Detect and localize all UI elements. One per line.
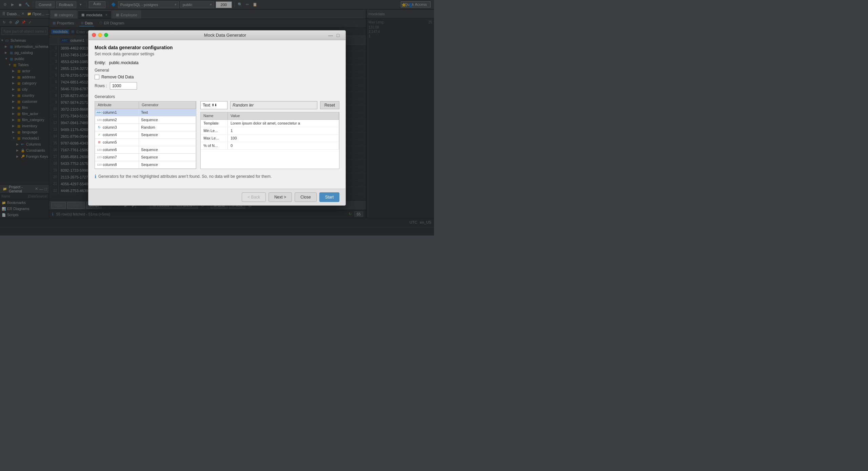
gen-attribute-table: Attribute Generator ABC column1 Text 123… [95,101,196,169]
remove-old-checkbox[interactable] [95,75,99,79]
traffic-lights [92,33,108,37]
gen-config-panel: Text ⬆⬇ Random ler Reset Name Value [200,101,339,169]
modal-heading: Mock data generator configuration [95,45,339,50]
gen-type-icon-4: ⊞ [97,140,102,145]
props-header: Name Value [201,112,339,120]
info-text: Generators for the red highlighted attri… [98,174,272,179]
gen-row[interactable]: 123 column6 Sequence [95,146,196,154]
general-section: General [95,68,339,73]
modal-max-btn[interactable]: □ [335,33,341,38]
gen-cell-gen-5: Sequence [139,146,196,153]
remove-old-row: Remove Old Data [95,75,339,79]
gen-type-icon-5: 123 [97,147,102,152]
props-value-header: Value [228,112,339,119]
gen-123-icon: 123 [97,163,101,166]
gen-type-arrow: ⬆⬇ [212,103,217,107]
props-row: Max Le... 100 [201,135,339,142]
gen-row[interactable]: ⊞ column5 [95,139,196,146]
gen-row[interactable]: 123 column8 Sequence [95,161,196,169]
prop-value-0: Lorem ipsum dolor sit amet, consectetur … [228,120,339,127]
close-btn[interactable]: Close [295,192,317,202]
gen-cell-gen-2: Random [139,124,196,131]
prop-value-2: 100 [228,135,339,142]
gen-type-icon-3: ✓ [97,132,102,137]
prop-name-1: Min Le... [201,127,228,134]
remove-old-label: Remove Old Data [101,75,134,79]
entity-label: Entity: [95,60,106,65]
gen-cell-attr-2: ↻ column3 [95,124,139,131]
props-row: Template Lorem ipsum dolor sit amet, con… [201,120,339,127]
gen-random-text: Random ler [233,103,254,108]
gen-row[interactable]: 123 column2 Sequence [95,116,196,124]
gen-type-icon-2: ↻ [97,125,102,130]
attr-col-header: Attribute [95,101,139,109]
gen-type-icon-6: 123 [97,155,102,159]
gen-cell-attr-3: ✓ column4 [95,131,139,138]
gen-cell-gen-1: Sequence [139,116,196,124]
gen-123-icon: 123 [97,118,101,121]
gen-cell-attr-6: 123 column7 [95,154,139,161]
gen-type-icon-1: 123 [97,117,102,122]
mock-data-generator-modal: Mock Data Generator — □ Mock data genera… [88,30,346,206]
gen-cell-attr-7: 123 column8 [95,161,139,168]
prop-name-3: % of N... [201,142,228,149]
gen-cell-attr-4: ⊞ column5 [95,139,139,146]
generators-section-title: Generators [95,94,339,99]
modal-titlebar: Mock Data Generator — □ [88,31,346,40]
gen-selector-row: Text ⬆⬇ Random ler Reset [200,101,339,109]
gen-type-select[interactable]: Text ⬆⬇ [200,101,228,109]
prop-name-2: Max Le... [201,135,228,142]
gen-cell-gen-3: Sequence [139,131,196,138]
gen-cell-gen-0: Text [139,109,196,116]
props-rows: Template Lorem ipsum dolor sit amet, con… [201,120,339,150]
gen-123-icon: 123 [97,148,101,151]
props-name-header: Name [201,112,228,119]
next-btn[interactable]: Next > [269,192,292,202]
gen-abc-icon: ABC [96,111,102,114]
props-table: Name Value Template Lorem ipsum dolor si… [200,112,339,169]
gen-cell-gen-7: Sequence [139,161,196,168]
gen-random-label: Random ler [230,101,317,109]
gen-cycle-icon: ↻ [98,126,101,129]
tl-minimize[interactable] [98,33,102,37]
reset-btn[interactable]: Reset [320,101,339,109]
gen-cell-gen-6: Sequence [139,154,196,161]
info-message: ℹ Generators for the red highlighted att… [95,174,339,179]
gen-cell-attr-0: ABC column1 [95,109,139,116]
start-btn[interactable]: Start [319,192,339,202]
gen-table-header: Attribute Generator [95,101,196,109]
gen-123-icon: 123 [97,156,101,159]
modal-entity-row: Entity: public.mockdata [95,60,339,65]
modal-footer: < Back Next > Close Start [88,189,346,205]
info-icon: ℹ [95,174,96,179]
gen-type-icon-7: 123 [97,162,102,167]
gen-row[interactable]: ✓ column4 Sequence [95,131,196,139]
back-btn[interactable]: < Back [242,192,266,202]
gen-rows: ABC column1 Text 123 column2 Sequence ↻ … [95,109,196,169]
modal-body: Mock data generator configuration Set mo… [88,40,346,189]
gen-row[interactable]: ABC column1 Text [95,109,196,116]
gen-type-icon-0: ABC [97,110,102,115]
gen-row[interactable]: ↻ column3 Random [95,124,196,131]
modal-min-btn[interactable]: — [328,33,333,38]
props-row: Min Le... 1 [201,127,339,135]
entity-value: public.mockdata [109,60,139,65]
gen-row[interactable]: 123 column7 Sequence [95,154,196,161]
gen-cell-attr-1: 123 column2 [95,116,139,124]
rows-label: Rows : [95,83,107,88]
rows-input[interactable] [110,82,137,90]
tl-close[interactable] [92,33,96,37]
gen-col-header: Generator [139,101,196,109]
prop-value-1: 1 [228,127,339,134]
modal-overlay: Mock Data Generator — □ Mock data genera… [0,0,434,236]
tl-maximize[interactable] [104,33,108,37]
modal-subheading: Set mock data generator settings [95,52,339,56]
props-row: % of N... 0 [201,142,339,150]
gen-cell-attr-5: 123 column6 [95,146,139,153]
gen-check-icon: ✓ [98,133,101,136]
generators-section: Attribute Generator ABC column1 Text 123… [95,101,339,169]
gen-cell-gen-4 [139,139,196,146]
gen-type-label: Text [203,103,210,108]
modal-title: Mock Data Generator [108,33,342,38]
rows-row: Rows : [95,82,339,90]
